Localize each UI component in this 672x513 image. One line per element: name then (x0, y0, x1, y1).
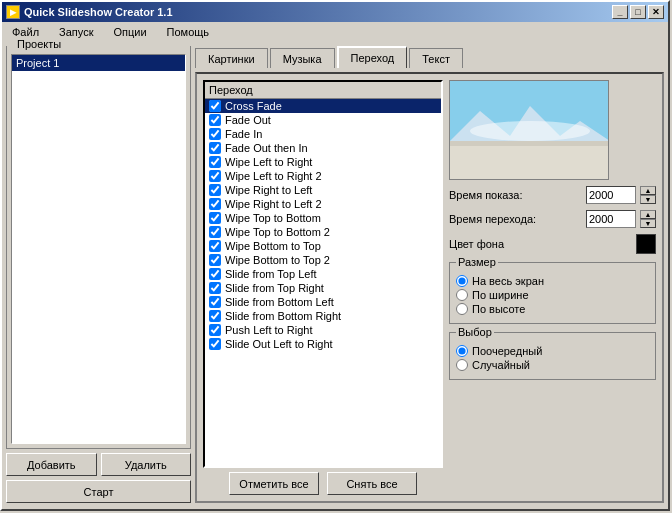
deselect-all-button[interactable]: Снять все (327, 472, 417, 495)
bg-color-picker[interactable] (636, 234, 656, 254)
transition-checkbox-5[interactable] (209, 170, 221, 182)
order-radio-1[interactable] (456, 359, 468, 371)
show-time-down[interactable]: ▼ (640, 195, 656, 204)
bg-color-row: Цвет фона (449, 234, 656, 254)
transition-checkbox-8[interactable] (209, 212, 221, 224)
svg-point-5 (470, 121, 590, 141)
window-title: Quick Slideshow Creator 1.1 (24, 6, 173, 18)
transition-checkbox-6[interactable] (209, 184, 221, 196)
order-option-1: Случайный (456, 359, 649, 371)
transition-checkbox-0[interactable] (209, 100, 221, 112)
transition-item-label: Wipe Top to Bottom 2 (225, 226, 330, 238)
transition-item[interactable]: Slide from Top Left (205, 267, 441, 281)
minimize-button[interactable]: _ (612, 5, 628, 19)
transition-list-scroll[interactable]: Cross FadeFade OutFade InFade Out then I… (205, 99, 441, 459)
tab-pictures[interactable]: Картинки (195, 48, 268, 68)
tab-bar: Картинки Музыка Переход Текст (195, 46, 664, 68)
transition-item[interactable]: Wipe Left to Right (205, 155, 441, 169)
transition-time-label: Время перехода: (449, 213, 582, 225)
transition-panel: Переход Cross FadeFade OutFade InFade Ou… (203, 80, 443, 495)
transition-item[interactable]: Slide from Top Right (205, 281, 441, 295)
transition-time-down[interactable]: ▼ (640, 219, 656, 228)
transition-checkbox-9[interactable] (209, 226, 221, 238)
title-bar-left: ▶ Quick Slideshow Creator 1.1 (6, 5, 173, 19)
transition-item-label: Slide from Bottom Right (225, 310, 341, 322)
transition-item[interactable]: Wipe Left to Right 2 (205, 169, 441, 183)
tab-text[interactable]: Текст (409, 48, 463, 68)
project-item[interactable]: Project 1 (12, 55, 185, 71)
transition-item-label: Wipe Top to Bottom (225, 212, 321, 224)
maximize-button[interactable]: □ (630, 5, 646, 19)
tab-transition[interactable]: Переход (337, 46, 408, 68)
transition-checkbox-4[interactable] (209, 156, 221, 168)
tab-music[interactable]: Музыка (270, 48, 335, 68)
transition-item-label: Slide Out Left to Right (225, 338, 333, 350)
transition-item-label: Wipe Right to Left (225, 184, 312, 196)
transition-item-label: Fade In (225, 128, 262, 140)
preview-image (449, 80, 609, 180)
delete-button[interactable]: Удалить (101, 453, 192, 476)
show-time-input[interactable] (586, 186, 636, 204)
size-option-2: По высоте (456, 303, 649, 315)
transition-item[interactable]: Fade Out (205, 113, 441, 127)
transition-item[interactable]: Wipe Top to Bottom 2 (205, 225, 441, 239)
transition-checkbox-17[interactable] (209, 338, 221, 350)
main-window: ▶ Quick Slideshow Creator 1.1 _ □ ✕ Файл… (0, 0, 670, 511)
transition-item[interactable]: Wipe Top to Bottom (205, 211, 441, 225)
svg-rect-4 (450, 141, 609, 146)
transition-item-label: Slide from Bottom Left (225, 296, 334, 308)
transition-item[interactable]: Wipe Bottom to Top (205, 239, 441, 253)
transition-item[interactable]: Slide from Bottom Left (205, 295, 441, 309)
transition-item[interactable]: Wipe Right to Left 2 (205, 197, 441, 211)
transition-checkbox-15[interactable] (209, 310, 221, 322)
transition-checkbox-16[interactable] (209, 324, 221, 336)
transition-item-label: Fade Out then In (225, 142, 308, 154)
select-all-button[interactable]: Отметить все (229, 472, 319, 495)
transition-item[interactable]: Wipe Right to Left (205, 183, 441, 197)
transition-item[interactable]: Push Left to Right (205, 323, 441, 337)
transition-item-label: Wipe Bottom to Top (225, 240, 321, 252)
menu-options[interactable]: Опции (107, 24, 152, 40)
transition-checkbox-10[interactable] (209, 240, 221, 252)
transition-item-label: Wipe Left to Right (225, 156, 312, 168)
transition-item[interactable]: Slide Out Left to Right (205, 337, 441, 351)
add-button[interactable]: Добавить (6, 453, 97, 476)
transition-checkbox-2[interactable] (209, 128, 221, 140)
order-label-0: Поочередный (472, 345, 542, 357)
order-radio-0[interactable] (456, 345, 468, 357)
size-label-0: На весь экран (472, 275, 544, 287)
transition-item[interactable]: Fade In (205, 127, 441, 141)
transition-list-container: Переход Cross FadeFade OutFade InFade Ou… (203, 80, 443, 468)
size-group-label: Размер (456, 256, 498, 268)
projects-label: Проекты (15, 38, 63, 50)
app-icon: ▶ (6, 5, 20, 19)
size-radio-1[interactable] (456, 289, 468, 301)
close-button[interactable]: ✕ (648, 5, 664, 19)
transition-item-label: Fade Out (225, 114, 271, 126)
project-list[interactable]: Project 1 (11, 54, 186, 444)
transition-checkbox-13[interactable] (209, 282, 221, 294)
transition-item[interactable]: Wipe Bottom to Top 2 (205, 253, 441, 267)
order-label-1: Случайный (472, 359, 530, 371)
main-content: Проекты Project 1 Добавить Удалить Старт… (2, 42, 668, 507)
start-button[interactable]: Старт (6, 480, 191, 503)
show-time-up[interactable]: ▲ (640, 186, 656, 195)
transition-checkbox-11[interactable] (209, 254, 221, 266)
size-group: Размер На весь экран По ширине По высоте (449, 262, 656, 324)
size-radio-0[interactable] (456, 275, 468, 287)
transition-item-label: Cross Fade (225, 100, 282, 112)
menu-help[interactable]: Помощь (161, 24, 216, 40)
transition-time-input[interactable] (586, 210, 636, 228)
transition-checkbox-1[interactable] (209, 114, 221, 126)
right-panel: Картинки Музыка Переход Текст Переход Cr… (195, 46, 664, 503)
transition-item-label: Slide from Top Left (225, 268, 317, 280)
transition-checkbox-14[interactable] (209, 296, 221, 308)
transition-checkbox-3[interactable] (209, 142, 221, 154)
transition-checkbox-7[interactable] (209, 198, 221, 210)
size-radio-2[interactable] (456, 303, 468, 315)
transition-item[interactable]: Fade Out then In (205, 141, 441, 155)
transition-checkbox-12[interactable] (209, 268, 221, 280)
transition-item[interactable]: Cross Fade (205, 99, 441, 113)
transition-time-up[interactable]: ▲ (640, 210, 656, 219)
transition-item[interactable]: Slide from Bottom Right (205, 309, 441, 323)
